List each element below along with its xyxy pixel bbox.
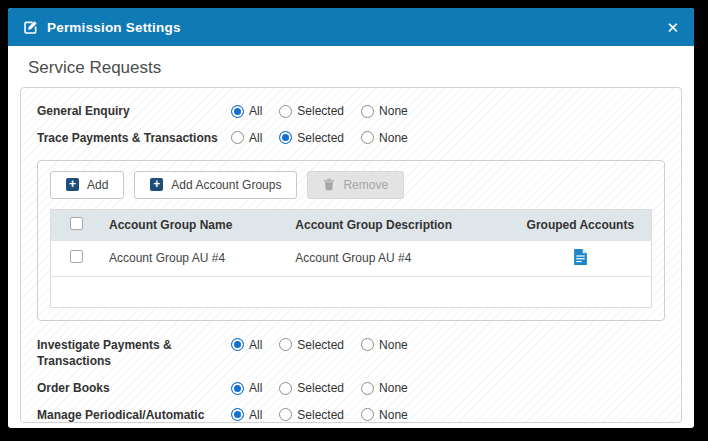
radio-button-icon[interactable] <box>361 105 374 118</box>
row-checkbox[interactable] <box>70 250 83 263</box>
radio-button-icon[interactable] <box>361 338 374 351</box>
radio-option-none[interactable]: None <box>361 131 408 145</box>
radio-option-selected[interactable]: Selected <box>279 104 344 118</box>
radio-button-icon[interactable] <box>231 338 244 351</box>
radio-option-label: None <box>379 381 408 395</box>
radio-option-label: None <box>379 338 408 352</box>
radio-option-label: Selected <box>297 408 344 422</box>
modal-title: Permission Settings <box>47 20 181 35</box>
empty-table-row <box>51 276 652 307</box>
add-account-groups-button[interactable]: +Add Account Groups <box>134 171 297 199</box>
radio-button-icon[interactable] <box>361 408 374 421</box>
permission-row: Investigate Payments & TransactionsAllSe… <box>37 337 665 371</box>
account-groups-panel: +Add+Add Account GroupsRemove Account Gr… <box>37 160 665 321</box>
trash-icon <box>323 178 335 191</box>
permission-label: Investigate Payments & Transactions <box>37 337 231 371</box>
permission-row: Trace Payments & TransactionsAllSelected… <box>37 130 665 147</box>
account-group-name-cell: Account Group AU #4 <box>101 240 287 276</box>
table-row: Account Group AU #4Account Group AU #4 <box>51 240 652 276</box>
add-button[interactable]: +Add <box>50 171 124 199</box>
radio-option-all[interactable]: All <box>231 381 262 395</box>
radio-button-icon[interactable] <box>279 408 292 421</box>
radio-option-label: None <box>379 408 408 422</box>
plus-icon: + <box>66 178 79 191</box>
radio-option-label: None <box>379 131 408 145</box>
radio-option-label: All <box>249 408 262 422</box>
service-requests-panel: General EnquiryAllSelectedNoneTrace Paym… <box>20 87 682 423</box>
radio-option-all[interactable]: All <box>231 338 262 352</box>
radio-option-label: All <box>249 338 262 352</box>
permission-row: Order BooksAllSelectedNone <box>37 380 665 397</box>
permission-label: Trace Payments & Transactions <box>37 130 231 147</box>
radio-button-icon[interactable] <box>361 131 374 144</box>
radio-button-icon[interactable] <box>279 105 292 118</box>
radio-option-selected[interactable]: Selected <box>279 338 344 352</box>
file-document-icon[interactable] <box>574 249 587 265</box>
button-label: Add <box>87 178 108 192</box>
column-header: Account Group Description <box>287 209 509 240</box>
permissions-bottom-group: Investigate Payments & TransactionsAllSe… <box>35 337 667 423</box>
modal-body: Service Requests General EnquiryAllSelec… <box>8 46 694 428</box>
radio-button-icon[interactable] <box>231 131 244 144</box>
radio-option-label: Selected <box>297 131 344 145</box>
radio-option-label: Selected <box>297 104 344 118</box>
radio-option-label: All <box>249 131 262 145</box>
radio-button-icon[interactable] <box>279 131 292 144</box>
radio-group: AllSelectedNone <box>231 337 408 352</box>
radio-option-all[interactable]: All <box>231 408 262 422</box>
account-groups-toolbar: +Add+Add Account GroupsRemove <box>50 171 652 199</box>
radio-group: AllSelectedNone <box>231 407 408 422</box>
radio-option-all[interactable]: All <box>231 131 262 145</box>
button-label: Add Account Groups <box>171 178 281 192</box>
radio-button-icon[interactable] <box>231 105 244 118</box>
radio-option-none[interactable]: None <box>361 408 408 422</box>
plus-icon: + <box>150 178 163 191</box>
radio-button-icon[interactable] <box>231 408 244 421</box>
radio-option-label: None <box>379 104 408 118</box>
close-icon[interactable]: ✕ <box>666 20 679 35</box>
account-groups-table: Account Group NameAccount Group Descript… <box>50 209 652 308</box>
modal-header: Permission Settings ✕ <box>8 8 694 46</box>
radio-option-label: All <box>249 104 262 118</box>
column-header: Grouped Accounts <box>510 209 652 240</box>
screen-background: { "modal": { "title": "Permission Settin… <box>0 0 708 441</box>
radio-group: AllSelectedNone <box>231 380 408 395</box>
radio-option-selected[interactable]: Selected <box>279 381 344 395</box>
button-label: Remove <box>343 178 388 192</box>
edit-pencil-square-icon <box>23 20 38 35</box>
radio-button-icon[interactable] <box>279 382 292 395</box>
permission-row: General EnquiryAllSelectedNone <box>37 103 665 120</box>
radio-button-icon[interactable] <box>231 382 244 395</box>
radio-group: AllSelectedNone <box>231 130 408 145</box>
radio-option-none[interactable]: None <box>361 104 408 118</box>
column-header: Account Group Name <box>101 209 287 240</box>
radio-option-selected[interactable]: Selected <box>279 131 344 145</box>
permissions-top-group: General EnquiryAllSelectedNoneTrace Paym… <box>35 103 667 147</box>
radio-group: AllSelectedNone <box>231 103 408 118</box>
radio-button-icon[interactable] <box>361 382 374 395</box>
permission-settings-modal: Permission Settings ✕ Service Requests G… <box>8 8 694 428</box>
radio-option-none[interactable]: None <box>361 381 408 395</box>
radio-option-none[interactable]: None <box>361 338 408 352</box>
radio-option-label: Selected <box>297 381 344 395</box>
radio-option-label: All <box>249 381 262 395</box>
radio-button-icon[interactable] <box>279 338 292 351</box>
account-group-description-cell: Account Group AU #4 <box>287 240 509 276</box>
select-all-checkbox[interactable] <box>70 217 83 230</box>
permission-label: Manage Periodical/Automatic Payments <box>37 407 231 423</box>
permission-label: Order Books <box>37 380 231 397</box>
remove-button[interactable]: Remove <box>307 171 404 199</box>
permission-label: General Enquiry <box>37 103 231 120</box>
page-title: Service Requests <box>28 58 686 78</box>
permission-row: Manage Periodical/Automatic PaymentsAllS… <box>37 407 665 423</box>
radio-option-label: Selected <box>297 338 344 352</box>
radio-option-all[interactable]: All <box>231 104 262 118</box>
radio-option-selected[interactable]: Selected <box>279 408 344 422</box>
